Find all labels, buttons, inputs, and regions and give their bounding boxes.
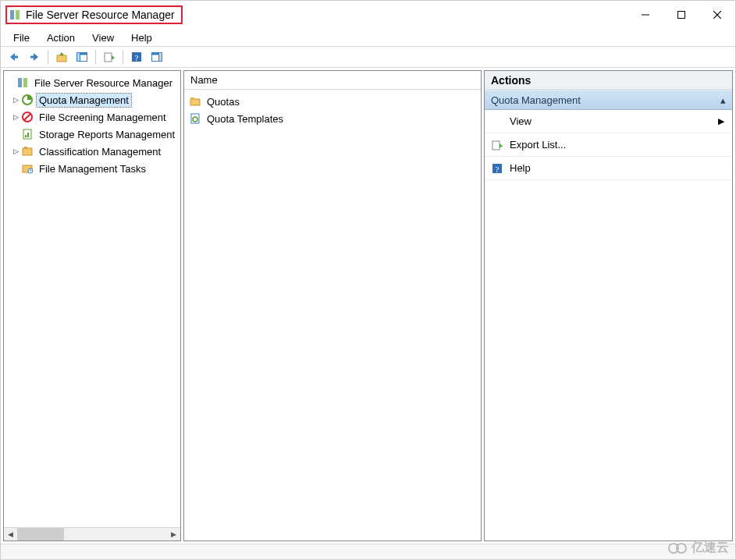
- svg-marker-8: [34, 53, 38, 61]
- blank-icon: [491, 115, 503, 128]
- svg-rect-28: [25, 135, 27, 137]
- up-folder-button[interactable]: [53, 48, 70, 66]
- toolbar-separator: [48, 50, 48, 64]
- scroll-right-button[interactable]: ▶: [167, 528, 180, 541]
- scroll-left-button[interactable]: ◀: [4, 528, 17, 541]
- help-button[interactable]: ?: [128, 48, 145, 66]
- export-icon: [491, 139, 503, 151]
- svg-rect-14: [77, 53, 80, 62]
- tree-root-label: File Server Resource Manager: [32, 76, 175, 90]
- tree-twisty-icon[interactable]: ▷: [10, 113, 21, 121]
- template-icon: [189, 112, 201, 125]
- tree-item-label: Quota Management: [37, 94, 131, 107]
- svg-text:?: ?: [135, 53, 139, 62]
- file-tasks-icon: [21, 162, 34, 175]
- toolbar-separator: [123, 50, 123, 64]
- show-hide-action-pane-button[interactable]: [148, 48, 165, 66]
- actions-item-label: Help: [510, 162, 531, 174]
- titlebar: File Server Resource Manager: [1, 1, 735, 29]
- actions-item-help[interactable]: ? Help: [485, 157, 732, 180]
- list-item-label: Quota Templates: [204, 112, 286, 126]
- app-icon: [9, 9, 21, 21]
- scrollbar-thumb[interactable]: [17, 528, 64, 541]
- title-highlight: File Server Resource Manager: [5, 5, 183, 24]
- scrollbar-track[interactable]: [17, 528, 167, 541]
- tree-twisty-icon[interactable]: ▷: [10, 96, 21, 104]
- menu-action[interactable]: Action: [39, 30, 83, 45]
- actions-item-view[interactable]: View ▶: [485, 110, 732, 133]
- tree-item-label: Storage Reports Management: [37, 128, 177, 141]
- tree-item-file-tasks[interactable]: File Management Tasks: [4, 160, 180, 177]
- back-button[interactable]: [5, 48, 23, 66]
- quota-icon: [21, 94, 34, 106]
- svg-rect-22: [18, 78, 22, 87]
- list-body: Quotas Quota Templates: [184, 90, 481, 541]
- close-button[interactable]: [699, 1, 735, 29]
- svg-rect-30: [23, 148, 32, 155]
- list-item-quotas[interactable]: Quotas: [187, 93, 478, 110]
- actions-section-label: Quota Management: [491, 94, 581, 106]
- actions-item-export[interactable]: Export List...: [485, 133, 732, 157]
- collapse-icon: ▴: [720, 94, 726, 106]
- file-screen-icon: [21, 111, 34, 123]
- svg-rect-9: [30, 56, 34, 58]
- list-column-header[interactable]: Name: [184, 71, 481, 90]
- tree-item-label: File Management Tasks: [37, 162, 148, 175]
- menubar: File Action View Help: [1, 29, 735, 46]
- app-window: File Server Resource Manager File Action…: [0, 0, 736, 560]
- svg-rect-10: [57, 55, 66, 62]
- tree-item-quota-management[interactable]: ▷ Quota Management: [4, 91, 180, 108]
- toolbar: ?: [1, 46, 735, 68]
- submenu-arrow-icon: ▶: [718, 116, 724, 126]
- show-hide-tree-button[interactable]: [73, 48, 91, 66]
- svg-rect-35: [190, 97, 194, 100]
- tree-item-label: Classification Management: [37, 145, 163, 158]
- svg-marker-39: [500, 144, 503, 148]
- menu-help[interactable]: Help: [123, 30, 160, 45]
- list-item-quota-templates[interactable]: Quota Templates: [187, 110, 478, 127]
- actions-item-label: View: [510, 115, 532, 127]
- tree-content: File Server Resource Manager ▷ Quota Man…: [4, 71, 180, 527]
- tree-twisty-icon[interactable]: ▷: [10, 147, 21, 155]
- svg-rect-1: [16, 10, 20, 19]
- actions-title: Actions: [485, 71, 732, 90]
- svg-text:?: ?: [496, 164, 500, 173]
- minimize-button[interactable]: [628, 1, 663, 29]
- tree-item-file-screening[interactable]: ▷ File Screening Management: [4, 108, 180, 126]
- help-icon: ?: [491, 162, 503, 175]
- actions-item-label: Export List...: [510, 139, 566, 151]
- svg-rect-38: [492, 141, 500, 150]
- tree-root[interactable]: File Server Resource Manager: [4, 74, 180, 91]
- horizontal-scrollbar[interactable]: ◀ ▶: [4, 527, 180, 541]
- svg-rect-31: [24, 147, 27, 149]
- toolbar-separator: [95, 50, 96, 64]
- body: File Server Resource Manager ▷ Quota Man…: [1, 68, 735, 544]
- export-list-button[interactable]: [101, 48, 118, 66]
- svg-rect-7: [15, 56, 18, 58]
- window-title: File Server Resource Manager: [26, 9, 175, 21]
- svg-rect-3: [678, 12, 685, 19]
- fsrm-icon: [16, 76, 29, 89]
- svg-rect-0: [10, 10, 14, 19]
- list-header-name: Name: [190, 74, 218, 86]
- tree-pane: File Server Resource Manager ▷ Quota Man…: [3, 70, 181, 541]
- actions-pane: Actions Quota Management ▴ View ▶ Export…: [484, 70, 733, 541]
- menu-view[interactable]: View: [84, 30, 122, 45]
- reports-icon: [21, 128, 34, 140]
- list-item-label: Quotas: [204, 95, 242, 108]
- svg-rect-34: [190, 99, 200, 105]
- svg-marker-16: [112, 55, 115, 60]
- svg-rect-23: [23, 78, 27, 87]
- maximize-button[interactable]: [663, 1, 699, 29]
- actions-section-header[interactable]: Quota Management ▴: [485, 90, 732, 110]
- svg-rect-29: [27, 133, 29, 137]
- svg-rect-15: [105, 53, 112, 62]
- menu-file[interactable]: File: [5, 30, 37, 45]
- statusbar: [1, 544, 735, 559]
- svg-marker-11: [59, 52, 64, 55]
- tree-item-classification[interactable]: ▷ Classification Management: [4, 143, 180, 160]
- svg-marker-6: [10, 53, 15, 61]
- tree-item-label: File Screening Management: [37, 111, 169, 124]
- tree-item-storage-reports[interactable]: Storage Reports Management: [4, 126, 180, 143]
- forward-button[interactable]: [26, 48, 43, 66]
